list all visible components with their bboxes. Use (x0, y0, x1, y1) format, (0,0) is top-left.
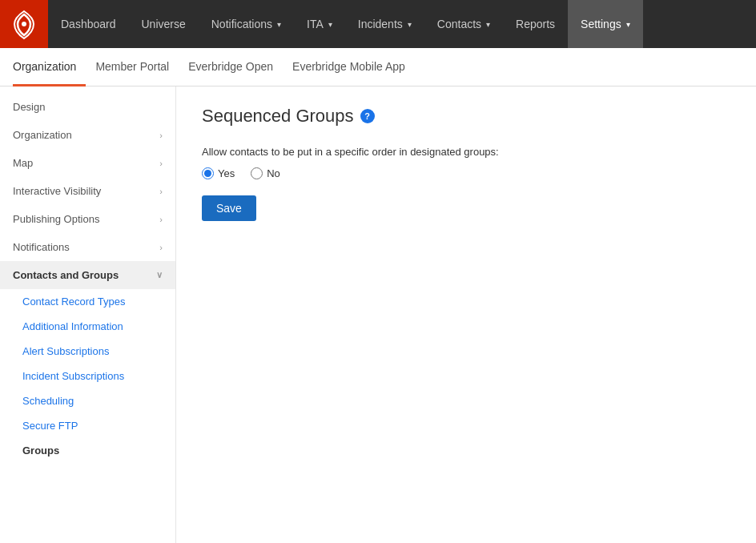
sub-nav: Organization Member Portal Everbridge Op… (0, 48, 756, 86)
radio-yes-input[interactable] (202, 167, 214, 179)
sidebar-sub-secure-ftp[interactable]: Secure FTP (0, 413, 175, 438)
subnav-everbridge-open[interactable]: Everbridge Open (179, 49, 283, 86)
sidebar-sub-additional-info[interactable]: Additional Information (0, 314, 175, 339)
sidebar-item-organization[interactable]: Organization › (0, 121, 175, 149)
nav-dashboard[interactable]: Dashboard (48, 0, 129, 48)
nav-contacts-chevron: ▾ (486, 20, 490, 29)
sidebar-sub-incident-subscriptions[interactable]: Incident Subscriptions (0, 364, 175, 388)
sidebar-notif-chevron: › (159, 243, 163, 252)
top-nav: Dashboard Universe Notifications ▾ ITA ▾… (0, 0, 756, 48)
nav-incidents[interactable]: Incidents ▾ (345, 0, 424, 48)
sidebar-sub-contact-record-types[interactable]: Contact Record Types (0, 289, 175, 314)
sidebar-cg-chevron: ∨ (156, 270, 163, 280)
sidebar-item-map[interactable]: Map › (0, 149, 175, 177)
radio-yes[interactable]: Yes (202, 167, 235, 179)
sidebar: Design Organization › Map › Interactive … (0, 86, 176, 543)
radio-no-label: No (267, 167, 280, 179)
sidebar-sub-alert-subscriptions[interactable]: Alert Subscriptions (0, 339, 175, 364)
help-icon[interactable]: ? (360, 109, 375, 123)
subnav-organization[interactable]: Organization (13, 49, 86, 86)
page-title-text: Sequenced Groups (202, 106, 354, 127)
sidebar-po-chevron: › (159, 215, 163, 224)
nav-incidents-chevron: ▾ (408, 20, 412, 29)
nav-universe[interactable]: Universe (129, 0, 199, 48)
sidebar-item-design[interactable]: Design (0, 93, 175, 121)
sidebar-map-chevron: › (159, 159, 163, 168)
radio-no[interactable]: No (251, 167, 280, 179)
nav-ita[interactable]: ITA ▾ (294, 0, 345, 48)
sidebar-item-publishing-options[interactable]: Publishing Options › (0, 205, 175, 233)
save-button[interactable]: Save (202, 195, 256, 221)
nav-ita-chevron: ▾ (328, 20, 332, 29)
nav-notifications-chevron: ▾ (277, 20, 281, 29)
main-content: Sequenced Groups ? Allow contacts to be … (176, 86, 756, 543)
radio-group: Yes No (202, 167, 730, 179)
sidebar-sub-groups[interactable]: Groups (0, 438, 175, 463)
sidebar-sub-scheduling[interactable]: Scheduling (0, 388, 175, 413)
nav-notifications[interactable]: Notifications ▾ (199, 0, 294, 48)
sidebar-item-notifications[interactable]: Notifications › (0, 233, 175, 261)
nav-settings-chevron: ▾ (626, 20, 630, 29)
logo (0, 0, 48, 48)
radio-no-input[interactable] (251, 167, 263, 179)
sidebar-iv-chevron: › (159, 187, 163, 196)
subnav-member-portal[interactable]: Member Portal (86, 49, 179, 86)
main-layout: Design Organization › Map › Interactive … (0, 86, 756, 543)
nav-reports[interactable]: Reports (503, 0, 568, 48)
sidebar-org-chevron: › (159, 131, 163, 140)
subnav-everbridge-mobile[interactable]: Everbridge Mobile App (283, 49, 415, 86)
page-title-container: Sequenced Groups ? (202, 106, 730, 127)
svg-point-0 (22, 22, 26, 26)
nav-settings[interactable]: Settings ▾ (568, 0, 643, 48)
nav-contacts[interactable]: Contacts ▾ (424, 0, 503, 48)
sidebar-item-contacts-groups[interactable]: Contacts and Groups ∨ (0, 261, 175, 289)
sidebar-item-interactive-visibility[interactable]: Interactive Visibility › (0, 177, 175, 205)
form-label: Allow contacts to be put in a specific o… (202, 146, 730, 158)
nav-items: Dashboard Universe Notifications ▾ ITA ▾… (48, 0, 756, 48)
radio-yes-label: Yes (218, 167, 235, 179)
